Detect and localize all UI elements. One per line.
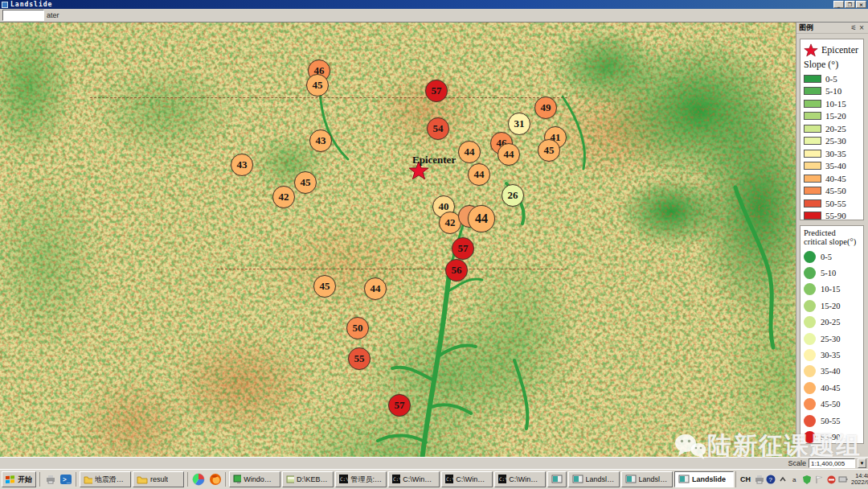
svg-text:C:\: C:\ xyxy=(393,476,400,482)
slope-color-swatch xyxy=(804,212,821,220)
slope-color-swatch xyxy=(804,112,821,120)
close-button[interactable]: × xyxy=(856,1,866,8)
slope-color-swatch xyxy=(804,150,821,158)
taskbar-button[interactable]: Landslide xyxy=(674,471,734,487)
taskbar-icon-button[interactable] xyxy=(547,471,567,487)
slope-class-label: 55-90 xyxy=(825,211,846,220)
predicted-color-circle xyxy=(804,365,816,377)
battery-tray-icon[interactable] xyxy=(838,475,848,484)
slope-point[interactable]: 44 xyxy=(468,205,495,232)
taskbar-button[interactable]: Landslide xyxy=(621,471,673,487)
slope-point[interactable]: 55 xyxy=(348,347,371,370)
predicted-color-circle xyxy=(804,398,816,410)
predicted-class-label: 30-35 xyxy=(821,351,841,360)
slope-point[interactable]: 45 xyxy=(313,275,336,298)
windows-flag-icon xyxy=(6,475,15,484)
slope-legend-row: 30-35 xyxy=(804,147,860,160)
slope-point[interactable]: 54 xyxy=(427,117,449,140)
taskbar-button[interactable]: C:\C:\Windows... xyxy=(388,471,440,487)
slope-class-label: 15-20 xyxy=(825,111,846,121)
taskbar-button[interactable]: result xyxy=(133,471,184,487)
watermark-text: 陆新征课题组 xyxy=(707,429,862,462)
tricolor-launcher-icon[interactable] xyxy=(191,473,205,487)
layer-combo-input[interactable] xyxy=(2,10,44,21)
slope-point[interactable]: 31 xyxy=(508,113,530,135)
maximize-button[interactable]: ❐ xyxy=(845,1,855,8)
taskbar-button[interactable]: 地震滑坡计... xyxy=(80,471,131,487)
slope-point[interactable]: 44 xyxy=(468,163,490,186)
system-tray: CH ?a 14:48 2022/9/5 xyxy=(735,471,868,487)
window-titlebar[interactable]: Landslide _ ❐ × xyxy=(0,0,868,9)
legend-panel-title: 图例 xyxy=(799,23,850,33)
slope-class-label: 35-40 xyxy=(825,161,846,171)
input-tray-icon[interactable]: a xyxy=(790,475,800,484)
mute-tray-icon[interactable] xyxy=(826,475,836,484)
slope-point[interactable]: 56 xyxy=(445,259,468,281)
slope-class-label: 30-35 xyxy=(825,149,846,158)
map-canvas[interactable]: Epicenter 464543434542575444464444404244… xyxy=(0,23,796,457)
slope-color-swatch xyxy=(804,100,821,108)
language-indicator[interactable]: CH xyxy=(740,475,751,483)
slope-point[interactable]: 45 xyxy=(306,74,329,97)
help-tray-icon[interactable]: ? xyxy=(766,475,776,484)
start-button[interactable]: 开始 xyxy=(2,471,36,487)
predicted-legend-title: Predicted critical slope(°) xyxy=(804,228,860,246)
taskbar-separator xyxy=(76,472,76,487)
slope-point[interactable]: 43 xyxy=(309,129,332,152)
chevron-tray-icon[interactable] xyxy=(778,475,788,484)
predicted-color-circle xyxy=(804,349,816,361)
slope-color-swatch xyxy=(804,187,821,195)
printer-quicklaunch-icon[interactable] xyxy=(43,473,57,487)
legend-panel-titlebar[interactable]: 图例 ⚟ × xyxy=(796,23,868,34)
taskbar-button[interactable]: D:\KEB-ACT... xyxy=(282,471,334,487)
slope-legend-row: 20-25 xyxy=(804,122,860,135)
predicted-class-label: 25-30 xyxy=(821,335,841,343)
clock[interactable]: 14:48 2022/9/5 xyxy=(851,473,868,487)
panel-close-icon[interactable]: × xyxy=(858,24,866,31)
slope-class-label: 40-45 xyxy=(825,174,846,183)
predicted-color-circle xyxy=(804,251,816,263)
printer-tray-icon[interactable] xyxy=(754,475,764,484)
svg-text:C:\: C:\ xyxy=(499,476,506,482)
predicted-legend-row: 15-20 xyxy=(804,298,860,314)
taskbar-button[interactable]: Windows 任... xyxy=(229,471,280,487)
slope-point[interactable]: 50 xyxy=(346,317,369,339)
slope-point[interactable]: 43 xyxy=(231,154,253,176)
powershell-quicklaunch-icon[interactable]: >_ xyxy=(59,473,72,487)
slope-point[interactable]: 26 xyxy=(502,184,524,207)
slope-point[interactable]: 45 xyxy=(538,139,560,162)
slope-legend-row: 40-45 xyxy=(804,172,860,185)
slope-color-swatch xyxy=(804,199,821,208)
slope-point[interactable]: 45 xyxy=(294,171,317,194)
start-label: 开始 xyxy=(18,475,32,485)
slope-legend-row: 5-10 xyxy=(804,85,860,98)
predicted-class-label: 20-25 xyxy=(821,318,841,327)
pin-icon[interactable]: ⚟ xyxy=(850,24,858,31)
taskbar-button[interactable]: C:\管理员: C:... xyxy=(335,471,387,487)
predicted-legend-row: 50-55 xyxy=(804,413,860,429)
slope-point[interactable]: 57 xyxy=(388,394,411,417)
slope-point[interactable]: 49 xyxy=(534,97,557,119)
slope-point[interactable]: 44 xyxy=(458,141,481,163)
epicenter-label: Epicenter xyxy=(412,154,456,166)
slope-color-swatch xyxy=(804,137,821,145)
predicted-class-label: 40-45 xyxy=(821,384,841,392)
slope-point[interactable]: 57 xyxy=(425,80,448,102)
slope-point[interactable]: 44 xyxy=(364,277,387,300)
taskbar-button[interactable]: C:\C:\Windows... xyxy=(441,471,493,487)
predicted-legend-row: 5-10 xyxy=(804,265,860,281)
predicted-color-circle xyxy=(804,300,816,312)
predicted-class-label: 35-40 xyxy=(821,367,841,376)
firefox-launcher-icon[interactable] xyxy=(208,473,222,487)
slope-point[interactable]: 44 xyxy=(497,143,520,166)
flag-tray-icon[interactable] xyxy=(814,475,824,484)
minimize-button[interactable]: _ xyxy=(833,1,844,8)
slope-point[interactable]: 57 xyxy=(452,237,474,260)
window-title: Landslide xyxy=(10,1,52,8)
taskbar: 开始 >_ 地震滑坡计...result Windows 任...D:\KEB-… xyxy=(0,469,868,489)
taskbar-button[interactable]: Landslide xyxy=(568,471,620,487)
slope-point[interactable]: 42 xyxy=(272,186,295,208)
taskbar-button[interactable]: C:\C:\Windows... xyxy=(494,471,546,487)
app-icon xyxy=(2,2,8,8)
shield-tray-icon[interactable] xyxy=(802,475,812,484)
